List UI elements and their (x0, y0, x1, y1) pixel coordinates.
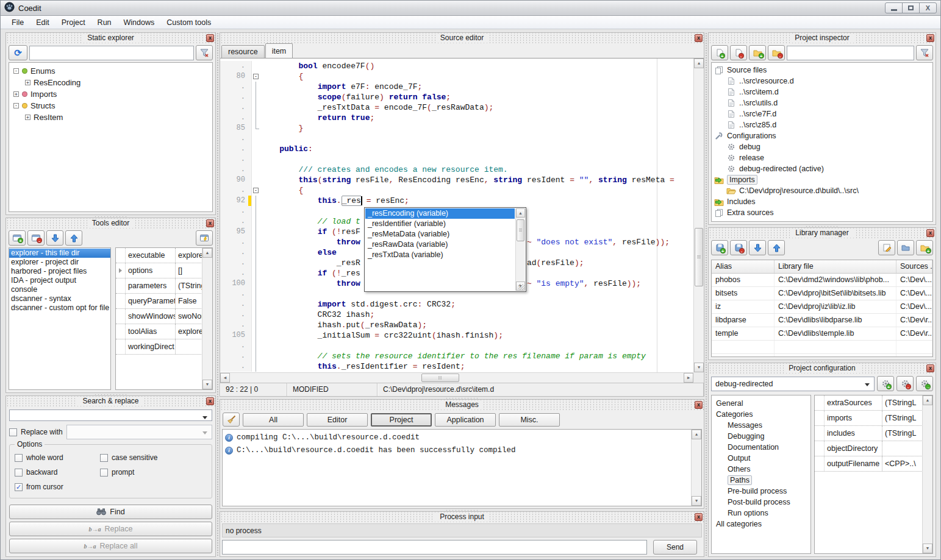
message-row[interactable]: icompiling C:\...\build\resource.d.coedi… (225, 431, 689, 444)
properties-scrollbar[interactable]: ▲▼ (202, 248, 212, 389)
menu-item-edit[interactable]: Edit (30, 16, 55, 29)
completion-item-restxtdata-variable[interactable]: _resTxtData (variable) (365, 250, 515, 260)
fold-collapse-icon[interactable]: - (253, 188, 259, 193)
tree-item-imports[interactable]: +Imports (9, 88, 212, 100)
splitter[interactable] (220, 509, 704, 511)
category-documentation[interactable]: Documentation (712, 442, 810, 453)
close-panel-icon[interactable]: x (926, 34, 934, 42)
process-input-field[interactable] (222, 540, 647, 555)
tool-item-dscanner-custom-opt-for-file[interactable]: dscanner - custom opt for file (9, 303, 110, 313)
clear-filter-button[interactable] (916, 45, 933, 60)
collapse-icon[interactable]: - (13, 68, 19, 74)
add-configuration-button[interactable]: + (877, 376, 894, 391)
scrollbar-thumb[interactable] (695, 228, 703, 286)
tool-item-harbored-project-files[interactable]: harbored - project files (9, 267, 110, 276)
library-row-phobos[interactable]: phobosC:\Dev\dmd2\windows\lib\phob...C:\… (712, 274, 932, 287)
category-debugging[interactable]: Debugging (712, 431, 810, 442)
project-tree-item-c-dev-dproj-resource-d-build-src[interactable]: C:\Dev\dproj\resource.d\build\..\src\ (712, 185, 932, 196)
completion-item-residentifier-variable[interactable]: _resIdentifier (variable) (365, 219, 515, 229)
restore-button[interactable] (902, 2, 920, 13)
expand-icon[interactable]: + (25, 80, 30, 85)
project-tree-item-src-utils-d[interactable]: ..\src\utils.d (712, 97, 932, 108)
editor-horizontal-scrollbar[interactable]: ◀ ▶ (220, 372, 693, 383)
symbol-filter-input[interactable] (29, 46, 194, 60)
category-others[interactable]: Others (712, 464, 810, 475)
completion-item-resmetadata-variable[interactable]: _resMetaData (variable) (365, 229, 515, 239)
expand-icon[interactable]: + (13, 91, 19, 97)
clone-configuration-button[interactable]: → (916, 376, 933, 391)
expand-icon[interactable]: + (25, 115, 30, 120)
project-tree-item-debug[interactable]: debug (712, 141, 932, 152)
add-library-button[interactable]: + (711, 240, 728, 255)
library-row-bitsets[interactable]: bitsetsC:\Dev\dproj\bitSet\lib\bitsets.l… (712, 287, 932, 300)
library-row-temple[interactable]: templeC:\Dev\dlibs\temple.libC:\Dev\r... (712, 327, 932, 341)
remove-library-button[interactable]: - (730, 240, 747, 255)
tree-item-resencoding[interactable]: +ResEncoding (9, 77, 212, 88)
remove-file-button[interactable]: - (730, 45, 747, 60)
tree-item-resitem[interactable]: +ResItem (9, 112, 212, 123)
property-row-queryparamet[interactable]: queryParametFalse (116, 294, 212, 309)
category-general[interactable]: General (712, 398, 810, 409)
close-panel-icon[interactable]: x (926, 364, 934, 372)
category-all-categories[interactable]: All categories (712, 519, 810, 530)
move-library-up-button[interactable] (768, 240, 785, 255)
code-editor[interactable]: . bool encodee7F()80- {. import e7F: enc… (220, 58, 704, 383)
scroll-up-icon[interactable]: ▲ (923, 395, 932, 405)
message-filter-project[interactable]: Project (371, 413, 432, 427)
property-row-workingdirect[interactable]: workingDirect (116, 339, 212, 355)
remove-folder-button[interactable]: - (768, 45, 785, 60)
scroll-up-icon[interactable]: ▲ (692, 430, 701, 439)
move-tool-down-button[interactable] (46, 230, 63, 246)
property-row-showwindows[interactable]: showWindowsswoNone (116, 309, 212, 324)
project-tree-item-release[interactable]: release (712, 152, 932, 163)
property-row-toolalias[interactable]: toolAliasexplorer (116, 324, 212, 339)
library-row-libdparse[interactable]: libdparseC:\Dev\dlibs\libdparse.libC:\De… (712, 314, 932, 327)
completion-item-resrawdata-variable[interactable]: _resRawData (variable) (365, 239, 515, 250)
remove-tool-button[interactable]: - (27, 230, 45, 246)
project-tree-item-source-files[interactable]: Source files (712, 65, 932, 76)
replace-all-button[interactable]: b→a Replace all (9, 539, 212, 553)
property-row-executable[interactable]: executableexplorer (116, 248, 212, 263)
column-header-sources[interactable]: Sources ... (896, 260, 932, 273)
completion-scrollbar[interactable]: ▲▼ (515, 208, 525, 291)
category-run-options[interactable]: Run options (712, 508, 810, 519)
close-panel-icon[interactable]: x (695, 401, 703, 409)
move-library-down-button[interactable] (749, 240, 766, 255)
property-row-includes[interactable]: includes(TStringL (815, 426, 932, 441)
property-row-outputfilename[interactable]: outputFilename<CPP>..\ (815, 456, 932, 472)
category-pre-build-process[interactable]: Pre-build process (712, 486, 810, 497)
project-tree-item-debug-redirected-active[interactable]: debug-redirected (active) (712, 163, 932, 174)
collapse-icon[interactable]: - (13, 103, 19, 108)
splitter[interactable] (5, 215, 216, 218)
from-cursor-checkbox[interactable]: ✓ (15, 483, 23, 491)
library-row-iz[interactable]: izC:\Dev\dproj\iz\lib\iz.libC:\Dev\... (712, 300, 932, 314)
find-button[interactable]: Find (9, 505, 212, 519)
move-tool-up-button[interactable] (65, 230, 82, 246)
tool-item-explorer-this-file-dir[interactable]: explorer - this file dir (9, 249, 110, 258)
tool-item-dscanner-syntax[interactable]: dscanner - syntax (9, 294, 110, 303)
message-filter-application[interactable]: Application (435, 413, 496, 427)
tree-item-structs[interactable]: -Structs (9, 100, 212, 112)
scroll-right-icon[interactable]: ▶ (684, 373, 693, 383)
clear-messages-button[interactable] (223, 413, 240, 427)
category-output[interactable]: Output (712, 453, 810, 464)
project-tree-item-imports[interactable]: Imports (712, 174, 932, 185)
scrollbar-thumb[interactable] (421, 374, 459, 382)
category-paths[interactable]: Paths (712, 475, 810, 486)
case-sensitive-checkbox[interactable] (100, 454, 108, 462)
open-library-folder-button[interactable]: + (916, 240, 933, 255)
project-tree-item-src-e7f-d[interactable]: ..\src\e7F.d (712, 108, 932, 119)
category-categories[interactable]: Categories (712, 409, 810, 420)
scroll-up-icon[interactable]: ▲ (202, 248, 212, 258)
add-library-from-project-button[interactable] (897, 240, 914, 255)
clear-filter-button[interactable] (196, 45, 213, 60)
fold-collapse-icon[interactable]: - (253, 74, 259, 79)
close-panel-icon[interactable]: x (206, 397, 214, 405)
tab-item[interactable]: item (265, 43, 293, 58)
messages-scrollbar[interactable]: ▲ ▼ (691, 430, 701, 506)
edit-library-button[interactable] (878, 240, 895, 255)
tab-resource[interactable]: resource (221, 45, 265, 58)
refresh-button[interactable]: ⟳ (9, 45, 27, 60)
menu-item-project[interactable]: Project (55, 16, 91, 29)
close-panel-icon[interactable]: x (206, 219, 214, 227)
